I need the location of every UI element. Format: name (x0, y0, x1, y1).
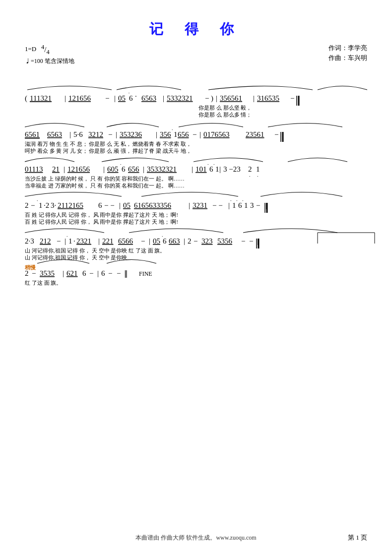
svg-text:6: 6 (122, 165, 126, 173)
svg-text:|: | (228, 201, 230, 209)
svg-text:05: 05 (123, 201, 131, 209)
svg-text:−: − (205, 94, 209, 102)
meta-left: 1=D 4/4 ♩=100 笔含深情地 (25, 44, 74, 65)
score-svg: text { font-family: "SimSun","Times New … (25, 80, 377, 526)
svg-text:−: − (256, 201, 260, 209)
svg-text:221: 221 (102, 237, 114, 245)
meta-row: 1=D 4/4 ♩=100 笔含深情地 作词：李学亮 作曲：车兴明 (25, 44, 367, 65)
svg-text:−: − (108, 130, 112, 138)
svg-text:|: | (114, 94, 116, 102)
svg-text:−: − (108, 269, 112, 277)
svg-text:6: 6 (101, 269, 105, 277)
svg-text:·: · (242, 198, 244, 203)
svg-text:2112165: 2112165 (58, 201, 83, 209)
svg-text:35332321: 35332321 (147, 165, 177, 173)
svg-text:−: − (89, 269, 93, 277)
svg-text:当幸福走    进  万家的时  候，  只  有  你的英: 当幸福走 进 万家的时 候， 只 有 你的英 名和我们在一 起。 啊…… (25, 183, 185, 188)
svg-text:6566: 6566 (118, 237, 133, 245)
svg-text:−: − (290, 94, 294, 102)
svg-text:|: | (64, 165, 65, 173)
svg-text:|: | (98, 237, 100, 245)
svg-text:百  姓  记   得你人民  记得  你，    风  雨: 百 姓 记 得你人民 记得 你， 风 雨中是你 撑起了这片 天 地； 啊! (25, 219, 178, 225)
svg-text:− −: − − (104, 201, 115, 209)
svg-text:101: 101 (196, 165, 207, 173)
svg-text:|: | (103, 165, 105, 173)
svg-text:3: 3 (250, 201, 254, 209)
song-title: 记 得 你 (25, 20, 367, 39)
svg-text:·: · (135, 92, 137, 100)
svg-text:|: | (116, 130, 117, 138)
svg-text:·: · (66, 234, 68, 239)
svg-text:6: 6 (163, 237, 167, 245)
svg-text:滋润  着万  物 生 生  不  息；  你是那  么  : 滋润 着万 物 生 生 不 息； 你是那 么 无 私， 燃烧着青 春 不求索 取… (25, 141, 192, 147)
svg-text:1: 1 (244, 201, 248, 209)
svg-text:6: 6 (209, 165, 213, 173)
svg-text:6: 6 (82, 269, 86, 277)
svg-text:|: | (189, 201, 190, 209)
svg-text:6: 6 (238, 201, 242, 209)
svg-text:·: · (213, 162, 215, 167)
svg-text:21: 21 (52, 165, 60, 173)
svg-text:3535: 3535 (40, 269, 55, 277)
svg-text:−: − (193, 130, 196, 138)
svg-text:23561: 23561 (246, 130, 264, 138)
key-label: 1=D (25, 45, 40, 53)
svg-text:·: · (73, 237, 75, 245)
svg-text:|: | (253, 94, 255, 102)
svg-text:山  河记得你,祖国   记得  你，      天  空中: 山 河记得你,祖国 记得 你， 天 空中 是你映 红 了这 面 旗。 (25, 247, 165, 253)
svg-text:|: | (143, 165, 144, 173)
svg-text:|: | (156, 130, 157, 138)
svg-text:百  姓  记   得你人民  记得  你，    风  雨: 百 姓 记 得你人民 记得 你， 风 雨中是你 撑起了这片 天 地； 啊! (25, 212, 178, 218)
svg-text:01113: 01113 (25, 165, 43, 173)
svg-text:−: − (141, 237, 145, 245)
svg-text:·: · (249, 174, 251, 179)
svg-text:2: 2 (248, 165, 252, 173)
svg-text:121656: 121656 (68, 94, 91, 102)
svg-text:605: 605 (107, 165, 119, 173)
svg-text:−: − (274, 130, 278, 138)
svg-text:|: | (163, 94, 164, 102)
svg-text:− −: − − (212, 201, 223, 209)
svg-text:5·6: 5·6 (73, 130, 83, 138)
svg-text:1: 1 (39, 201, 43, 209)
svg-text:2: 2 (188, 237, 192, 245)
svg-text:·: · (37, 198, 38, 203)
svg-text:323: 323 (201, 237, 213, 245)
meta-right: 作词：李学亮 作曲：车兴明 (328, 44, 367, 62)
svg-text:111321: 111321 (30, 94, 52, 102)
svg-text:|: | (219, 165, 221, 173)
svg-text:3231: 3231 (193, 201, 207, 209)
svg-text:2321: 2321 (76, 237, 91, 245)
svg-text:353236: 353236 (120, 130, 142, 138)
svg-text:1: 1 (68, 237, 72, 245)
svg-text:356561: 356561 (220, 94, 242, 102)
svg-text:1: 1 (174, 130, 178, 138)
svg-text:3 −23: 3 −23 (223, 165, 241, 173)
svg-text:山  河记得你,祖国   记得  你，      天  空中: 山 河记得你,祖国 记得 你， 天 空中 是你映 (25, 254, 127, 260)
svg-text:5356: 5356 (217, 237, 233, 245)
svg-text:621: 621 (66, 269, 78, 277)
svg-text:FINE: FINE (139, 270, 152, 277)
svg-text:6563: 6563 (141, 94, 156, 102)
svg-text:6165633356: 6165633356 (134, 201, 172, 209)
svg-text:5332321: 5332321 (167, 94, 193, 102)
svg-text:−: − (249, 237, 253, 245)
svg-text:|: | (63, 269, 64, 277)
svg-text:6563: 6563 (47, 130, 62, 138)
svg-text:121656: 121656 (67, 165, 90, 173)
svg-text:−: − (105, 94, 109, 102)
svg-text:−: − (241, 237, 245, 245)
svg-text:1: 1 (232, 201, 236, 209)
svg-text:316535: 316535 (257, 94, 279, 102)
svg-text:356: 356 (160, 130, 171, 138)
svg-text:|: | (119, 201, 121, 209)
svg-text:____: ____ (25, 131, 40, 139)
svg-text:(: ( (25, 94, 27, 103)
lyricist: 作词：李学亮 (328, 44, 367, 53)
svg-text:|: | (65, 94, 66, 102)
tempo: ♩=100 笔含深情地 (25, 57, 74, 65)
svg-text:当沙丘披    上  绿荫的时  候，  只  有  你的笑: 当沙丘披 上 绿荫的时 候， 只 有 你的笑 容和我们在一 起。 啊…… (25, 176, 185, 182)
svg-text:|: | (216, 94, 217, 102)
svg-text:红  了这      面      旗。: 红 了这 面 旗。 (25, 280, 62, 286)
time-sig: 4/4 (41, 46, 50, 54)
